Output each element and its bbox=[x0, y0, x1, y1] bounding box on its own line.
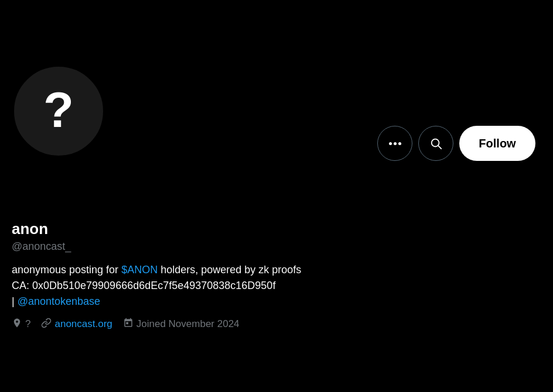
username: @anoncast_ bbox=[12, 240, 541, 253]
question-mark-text: ? bbox=[25, 318, 30, 330]
avatar-container: ? bbox=[12, 64, 105, 158]
website-item: anoncast.org bbox=[41, 318, 112, 331]
location-item: ? bbox=[12, 318, 30, 331]
more-icon bbox=[389, 142, 401, 145]
search-icon bbox=[429, 137, 442, 150]
contract-address: CA: 0x0Db510e79909666d6dEc7f5e49370838c1… bbox=[12, 280, 275, 291]
bio-token-link[interactable]: $ANON bbox=[121, 264, 158, 276]
location-icon bbox=[12, 318, 22, 331]
link-icon bbox=[41, 318, 52, 331]
display-name: anon bbox=[12, 219, 541, 239]
website-link[interactable]: anoncast.org bbox=[54, 318, 112, 330]
joined-text: Joined November 2024 bbox=[136, 318, 240, 330]
bio-separator: | bbox=[12, 295, 18, 307]
profile-info: anon @anoncast_ anonymous posting for $A… bbox=[12, 219, 541, 340]
avatar: ? bbox=[12, 64, 105, 158]
bio-suffix: holders, powered by zk proofs bbox=[158, 264, 301, 276]
svg-line-1 bbox=[438, 146, 441, 149]
joined-item: Joined November 2024 bbox=[123, 318, 240, 331]
search-button[interactable] bbox=[418, 126, 453, 161]
profile-meta: ? anoncast.org Joined November 2024 bbox=[12, 318, 541, 331]
more-options-button[interactable] bbox=[377, 126, 412, 161]
calendar-icon bbox=[123, 318, 134, 331]
bio: anonymous posting for $ANON holders, pow… bbox=[12, 262, 541, 310]
profile-section: ? Follow anon @anoncast_ anonymous posti… bbox=[0, 117, 553, 340]
avatar-icon: ? bbox=[43, 85, 74, 135]
follow-button[interactable]: Follow bbox=[459, 126, 535, 161]
bio-prefix: anonymous posting for bbox=[12, 264, 121, 276]
bio-mention-link[interactable]: @anontokenbase bbox=[18, 295, 100, 307]
